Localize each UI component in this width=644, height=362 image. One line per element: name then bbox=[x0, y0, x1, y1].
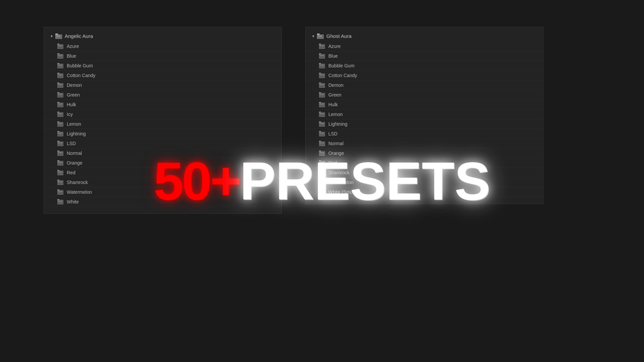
list-item[interactable]: Azure bbox=[44, 42, 281, 51]
list-item[interactable]: Cotton Candy bbox=[306, 71, 543, 80]
svg-rect-120 bbox=[57, 150, 59, 152]
preset-file-icon bbox=[57, 141, 63, 146]
svg-rect-43 bbox=[60, 74, 61, 75]
svg-rect-14 bbox=[61, 45, 62, 46]
svg-rect-308 bbox=[319, 161, 325, 165]
svg-rect-63 bbox=[60, 94, 61, 95]
list-item[interactable]: Lemon bbox=[306, 110, 543, 119]
svg-rect-50 bbox=[57, 82, 59, 83]
svg-rect-249 bbox=[320, 104, 321, 105]
list-item[interactable]: Lemon bbox=[44, 119, 281, 129]
svg-rect-6 bbox=[56, 37, 58, 38]
svg-rect-161 bbox=[58, 190, 63, 194]
svg-rect-115 bbox=[58, 144, 59, 144]
svg-rect-84 bbox=[61, 113, 62, 114]
list-item[interactable]: Green bbox=[306, 90, 543, 100]
svg-rect-57 bbox=[61, 85, 62, 86]
list-item[interactable]: Watermelon bbox=[44, 187, 281, 197]
svg-rect-94 bbox=[61, 123, 62, 124]
list-item[interactable]: Demon bbox=[44, 80, 281, 90]
svg-rect-317 bbox=[319, 170, 321, 171]
svg-rect-41 bbox=[58, 74, 63, 77]
svg-rect-257 bbox=[319, 112, 321, 113]
svg-rect-323 bbox=[321, 173, 323, 174]
left-folder-header[interactable]: ▾ Angelic Aura bbox=[44, 31, 281, 42]
svg-rect-113 bbox=[60, 142, 61, 143]
list-item[interactable]: Blue bbox=[44, 51, 281, 61]
list-item[interactable]: White (Smoke) bbox=[306, 187, 543, 197]
preset-file-icon bbox=[57, 160, 63, 166]
svg-rect-263 bbox=[321, 115, 323, 115]
list-item[interactable]: Azure bbox=[306, 42, 543, 51]
left-preset-list: Azure Blue Bubble Gum bbox=[44, 42, 281, 207]
svg-rect-191 bbox=[323, 45, 324, 46]
svg-rect-297 bbox=[319, 150, 321, 152]
preset-item-name: Icy bbox=[67, 112, 73, 117]
right-folder-name: Ghost Aura bbox=[326, 33, 352, 39]
preset-file-icon bbox=[319, 82, 325, 88]
svg-rect-341 bbox=[323, 191, 324, 192]
svg-rect-313 bbox=[321, 163, 323, 164]
list-item[interactable]: Blue bbox=[306, 51, 543, 61]
list-item[interactable]: Shamrock bbox=[306, 168, 543, 178]
preset-file-icon bbox=[319, 112, 325, 117]
list-item[interactable]: White bbox=[44, 197, 281, 207]
svg-rect-131 bbox=[58, 161, 63, 165]
list-item[interactable]: Green bbox=[44, 90, 281, 100]
preset-file-icon bbox=[319, 63, 325, 68]
preset-file-icon bbox=[57, 170, 63, 175]
right-folder-header[interactable]: ▾ Ghost Aura bbox=[306, 31, 543, 42]
svg-rect-250 bbox=[321, 104, 323, 105]
list-item[interactable]: Shamrock bbox=[44, 178, 281, 187]
svg-rect-157 bbox=[61, 183, 62, 183]
svg-rect-337 bbox=[319, 189, 321, 190]
list-item[interactable]: Demon bbox=[306, 80, 543, 90]
svg-rect-121 bbox=[58, 152, 63, 155]
list-item[interactable]: Lightning bbox=[306, 119, 543, 129]
svg-rect-126 bbox=[60, 154, 61, 154]
list-item[interactable]: Bubble Gum bbox=[44, 61, 281, 71]
preset-item-name: Watermelon bbox=[328, 180, 354, 185]
list-item[interactable]: Red bbox=[44, 168, 281, 178]
list-item[interactable]: LSD bbox=[306, 129, 543, 139]
svg-rect-172 bbox=[58, 201, 59, 202]
list-item[interactable]: Lightning bbox=[44, 129, 281, 139]
list-item[interactable]: Hulk bbox=[306, 100, 543, 110]
svg-rect-342 bbox=[320, 192, 321, 193]
svg-rect-227 bbox=[319, 82, 321, 83]
preset-file-icon bbox=[319, 141, 325, 146]
list-item[interactable]: Orange bbox=[44, 158, 281, 168]
list-item[interactable]: Normal bbox=[44, 148, 281, 158]
svg-rect-42 bbox=[58, 74, 59, 75]
svg-rect-31 bbox=[58, 64, 63, 68]
svg-rect-85 bbox=[58, 115, 59, 115]
svg-rect-21 bbox=[58, 54, 63, 58]
svg-rect-182 bbox=[320, 36, 322, 37]
svg-rect-247 bbox=[319, 102, 321, 103]
svg-rect-272 bbox=[320, 124, 321, 125]
list-item[interactable]: Bubble Gum bbox=[306, 61, 543, 71]
preset-item-name: LSD bbox=[328, 131, 337, 136]
list-item[interactable]: Watermelon bbox=[306, 178, 543, 187]
list-item[interactable]: Hulk bbox=[44, 100, 281, 110]
list-item[interactable]: Cotton Candy bbox=[44, 71, 281, 80]
svg-rect-23 bbox=[60, 55, 61, 56]
preset-item-name: Green bbox=[67, 92, 80, 98]
list-item[interactable]: Icy bbox=[44, 110, 281, 119]
list-item[interactable]: Normal bbox=[306, 139, 543, 148]
svg-rect-314 bbox=[323, 163, 324, 164]
left-panel: ▾ Angelic Aura bbox=[44, 27, 282, 214]
svg-rect-34 bbox=[61, 65, 62, 66]
svg-rect-112 bbox=[58, 142, 59, 143]
list-item[interactable]: LSD bbox=[44, 139, 281, 148]
preset-file-icon bbox=[319, 131, 325, 136]
svg-rect-299 bbox=[320, 152, 321, 153]
list-item[interactable]: Red bbox=[306, 158, 543, 168]
svg-rect-32 bbox=[58, 65, 59, 66]
svg-rect-155 bbox=[58, 183, 59, 183]
preset-item-name: Blue bbox=[67, 53, 76, 59]
svg-rect-234 bbox=[323, 85, 324, 86]
list-item[interactable]: Orange bbox=[306, 148, 543, 158]
svg-rect-145 bbox=[58, 173, 59, 174]
svg-rect-160 bbox=[57, 189, 59, 190]
